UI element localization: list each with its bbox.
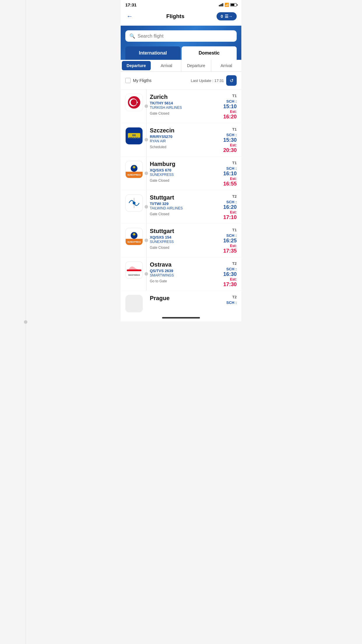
flight-card[interactable]: Zurich TK/THY 5614 TURKISH AIRLINES Gate… [121,90,241,123]
search-icon: 🔍 [129,33,135,39]
flight-airline: RYAN AIR [150,139,205,143]
search-bar[interactable]: 🔍 [125,30,237,42]
time-info: SCH : [226,300,237,305]
page-title: Flights [166,13,184,20]
connector-dot [145,205,148,209]
terminal-badge: T2 [232,295,237,299]
flight-code: QS/TVS 2639 [150,269,205,273]
battery-icon [230,3,237,6]
refresh-button[interactable]: ↺ [226,75,237,86]
connector-dot [145,138,148,141]
filter-bar: My Fligths Last Update : 17:31 ↺ [121,72,241,90]
status-time: 17:31 [125,2,136,7]
svg-point-17 [133,202,136,204]
flight-destination: Zurich [150,94,205,100]
est-label: Est: [223,210,237,214]
tab-intl-arrival[interactable]: Arrival [152,60,181,71]
svg-text:SMARTWINGS: SMARTWINGS [128,274,140,276]
time-info: SCH : 15:30 Est: 20:30 [223,133,237,153]
airline-logo [125,94,143,111]
flight-right-info: T1 SCH : 15:10 Est: 16:20 [205,94,237,120]
flight-card-peek[interactable]: Prague T2 SCH : [121,291,241,314]
last-update-section: Last Update : 17:31 ↺ [191,75,237,86]
est-time: 16:55 [223,181,237,187]
est-time: 16:20 [223,114,237,120]
airline-logo: SMARTWINGS [125,261,143,279]
tab-domestic[interactable]: Domestic [182,46,237,60]
flight-right-info: T1 SCH : 16:10 Est: 16:55 [205,161,237,187]
app-header: ← Flights 0 ☰→ [121,8,241,26]
sub-tab-group: Departure Arrival Departure Arrival [121,60,241,72]
tab-dom-departure[interactable]: Departure [181,60,212,71]
flight-right-info: T2 SCH : 16:20 Est: 17:10 [205,194,237,220]
flight-status: Gate Closed [150,246,205,250]
sch-label: SCH : [223,267,237,271]
svg-text:SUNEXPRESS: SUNEXPRESS [127,174,141,176]
est-label: Est: [223,143,237,147]
tab-intl-departure[interactable]: Departure [122,61,151,70]
flight-card[interactable]: SUNEXPRESS Stuttgart XQ/SXS 154 SUNEXPRE… [121,224,241,257]
svg-rect-26 [126,295,143,312]
time-info: SCH : 16:30 Est: 17:30 [223,267,237,288]
est-label: Est: [223,244,237,248]
flight-code: TI/TWI 329 [150,202,205,206]
my-flights-checkbox[interactable] [125,78,131,83]
airline-logo: SUNEXPRESS [125,161,143,178]
terminal-badge: T2 [232,261,237,266]
sch-time: 16:30 [223,271,237,277]
flight-info: Zurich TK/THY 5614 TURKISH AIRLINES Gate… [146,94,205,120]
sch-label: SCH : [223,200,237,204]
flight-right-info: T2 SCH : [205,295,237,305]
tab-dom-arrival[interactable]: Arrival [211,60,241,71]
home-indicator [162,317,200,318]
connector-dot [145,239,148,242]
time-info: SCH : 15:10 Est: 16:20 [223,99,237,120]
airline-logo: SUNEXPRESS [125,228,143,245]
terminal-badge: T1 [232,127,237,132]
est-label: Est: [223,110,237,114]
connector-dot [145,104,148,108]
airline-logo: RYANAIR RR [125,127,143,145]
flight-info: Hamburg XQ/SXS 670 SUNEXPRESS Gate Close… [146,161,205,187]
sch-time: 15:30 [223,137,237,143]
hero-section: 🔍 International Domestic [121,26,241,60]
flight-airline: SUNEXPRESS [150,173,205,177]
est-time: 17:35 [223,248,237,254]
my-flights-filter[interactable]: My Fligths [125,78,152,83]
terminal-badge: T1 [232,161,237,165]
flight-code: TK/THY 5614 [150,101,205,105]
est-time: 20:30 [223,147,237,153]
flight-list: Zurich TK/THY 5614 TURKISH AIRLINES Gate… [121,90,241,314]
svg-text:SUNEXPRESS: SUNEXPRESS [127,241,141,243]
flight-destination: Stuttgart [150,228,205,235]
flight-airline: SUNEXPRESS [150,240,205,244]
back-button[interactable]: ← [125,11,134,21]
status-icons: 📶 [219,3,237,7]
flight-info: Prague [146,295,205,302]
flight-status: Gate Closed [150,178,205,183]
flight-status: Gate Closed [150,212,205,216]
est-label: Est: [223,277,237,281]
home-indicator-bar [121,314,241,321]
terminal-badge: T1 [232,94,237,98]
svg-point-3 [131,99,137,105]
flight-destination: Szczecin [150,127,205,134]
flight-card[interactable]: Stuttgart TI/TWI 329 TAILWIND AIRLINES G… [121,190,241,223]
flight-right-info: T1 SCH : 15:30 Est: 20:30 [205,127,237,153]
search-input[interactable] [138,34,233,39]
status-bar: 17:31 📶 [121,0,241,8]
svg-rect-24 [127,270,141,271]
flight-card[interactable]: SMARTWINGS Ostrava QS/TVS 2639 SMARTWING… [121,257,241,290]
flight-card[interactable]: RYANAIR RR Szczecin RR/RYS5270 RYAN AIR … [121,123,241,156]
intl-sub-tabs: Departure Arrival [121,60,181,71]
time-info: SCH : 16:10 Est: 16:55 [223,166,237,187]
main-tab-group: International Domestic [125,46,237,60]
flight-badge-button[interactable]: 0 ☰→ [217,12,237,20]
wifi-icon: 📶 [224,3,229,7]
tab-international[interactable]: International [125,46,180,60]
flight-destination: Hamburg [150,161,205,167]
airline-logo [125,194,143,212]
est-label: Est: [223,177,237,181]
sch-time: 15:10 [223,104,237,110]
flight-card[interactable]: SUNEXPRESS Hamburg XQ/SXS 670 SUNEXPRESS… [121,157,241,190]
